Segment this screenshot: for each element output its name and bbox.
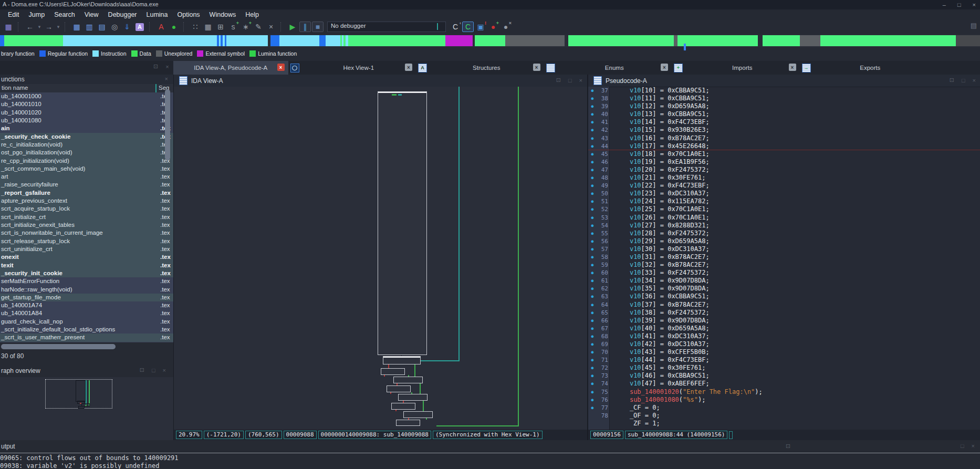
pseudocode-view[interactable]: ●37 v10[10] = 0xCBBA9C51;●38 v10[11] = 0… bbox=[588, 87, 980, 430]
ida-view-header[interactable]: IDA View-A ⊡□× bbox=[174, 75, 588, 87]
function-row[interactable]: ost_pgo_initialization(void).tex bbox=[0, 149, 173, 157]
breakpoint-dot[interactable]: ● bbox=[588, 348, 597, 356]
breakpoint-dot[interactable]: ● bbox=[588, 245, 597, 253]
menu-options[interactable]: Options bbox=[173, 10, 205, 19]
close-icon[interactable]: × bbox=[972, 443, 975, 449]
lumina-sphere-icon[interactable]: ● bbox=[168, 22, 180, 32]
function-row[interactable]: scrt_initialize_onexit_tables.tex bbox=[0, 221, 173, 229]
graph-overview-canvas[interactable] bbox=[0, 377, 173, 440]
menu-jump[interactable]: Jump bbox=[24, 10, 50, 19]
debugger-stop-icon[interactable]: ■ bbox=[312, 22, 324, 32]
ida-view-controls[interactable]: ⊡□× bbox=[556, 77, 582, 84]
breakpoint-dot[interactable]: ● bbox=[588, 150, 597, 158]
graph-node[interactable] bbox=[381, 368, 405, 375]
breakpoint-dot[interactable]: ● bbox=[588, 277, 597, 285]
pseudocode-line[interactable]: ●62 v10[35] = 0x9D07D8DA; bbox=[588, 285, 980, 293]
breakpoint-dot[interactable]: ● bbox=[588, 110, 597, 118]
function-row[interactable]: _scrt_common_main_seh(void).tex bbox=[0, 165, 173, 173]
function-row[interactable]: art.tex bbox=[0, 173, 173, 181]
nav-forward-icon[interactable]: → bbox=[43, 22, 55, 32]
debugger-pause-icon[interactable]: ∥ bbox=[299, 22, 311, 32]
navband-position-indicator[interactable] bbox=[684, 44, 686, 50]
output-line[interactable]: 09038: variable 'v2' is possibly undefin… bbox=[0, 462, 980, 469]
menu-windows[interactable]: Windows bbox=[205, 10, 241, 19]
breakpoint-dot[interactable]: ● bbox=[588, 301, 597, 309]
breakpoint-dot[interactable]: ● bbox=[588, 372, 597, 380]
breakpoint-dot[interactable]: ● bbox=[588, 102, 597, 110]
pseudocode-line[interactable]: ●60 v10[33] = 0xF2475372; bbox=[588, 269, 980, 277]
function-row[interactable]: re_c_initialization(void).tex bbox=[0, 141, 173, 149]
function-row[interactable]: _security_check_cookie.tex bbox=[0, 133, 173, 141]
float-icon[interactable]: □ bbox=[568, 77, 572, 84]
pseudocode-line[interactable]: ●72 v10[45] = 0x30FE761; bbox=[588, 364, 980, 372]
breakpoint-dot[interactable]: ● bbox=[588, 325, 597, 332]
tab-imports[interactable]: Imports× bbox=[685, 61, 800, 75]
breakpoint-dot[interactable]: ● bbox=[588, 95, 597, 102]
breakpoint-dot[interactable]: ● bbox=[588, 388, 597, 396]
breakpoint-dot[interactable]: ● bbox=[588, 142, 597, 150]
breakpoint-dot[interactable]: ● bbox=[588, 190, 597, 197]
menu-view[interactable]: View bbox=[80, 10, 103, 19]
restore-icon[interactable]: ⊡ bbox=[556, 77, 561, 84]
restore-icon[interactable]: ⊡ bbox=[153, 63, 158, 70]
tab-enums[interactable]: Enums× bbox=[557, 61, 672, 75]
pseudocode-line[interactable]: ●49 v10[22] = 0xF4C73EBF; bbox=[588, 182, 980, 190]
navband-segment[interactable] bbox=[475, 35, 505, 46]
breakpoint-dot[interactable] bbox=[588, 420, 597, 428]
breakpoint-dot[interactable]: ● bbox=[588, 396, 597, 404]
function-row[interactable]: _security_init_cookie.tex bbox=[0, 269, 173, 277]
jump-function-icon[interactable]: ▤ bbox=[96, 22, 108, 32]
breakpoint-dot[interactable]: ● bbox=[588, 166, 597, 174]
highlight-a-icon[interactable]: A bbox=[134, 22, 145, 32]
navband-segment[interactable] bbox=[763, 35, 800, 46]
breakpoint-dot[interactable]: ● bbox=[588, 134, 597, 142]
breakpoint-dot[interactable]: ● bbox=[588, 317, 597, 325]
pseudocode-header[interactable]: Pseudocode-A ⊡□× bbox=[588, 75, 980, 87]
tab-close-icon[interactable]: × bbox=[789, 64, 796, 71]
pseudocode-line[interactable]: ●43 v10[16] = 0xB78AC2E7; bbox=[588, 134, 980, 142]
graph-node[interactable] bbox=[398, 394, 428, 401]
restore-icon[interactable]: ⊡ bbox=[786, 443, 790, 450]
navband-segment[interactable] bbox=[319, 35, 326, 46]
breakpoint-dot[interactable]: ● bbox=[588, 214, 597, 222]
pseudocode-line[interactable]: ●69 v10[42] = 0xDC310A37; bbox=[588, 340, 980, 348]
navband-segment[interactable] bbox=[800, 35, 820, 46]
functions-vertical-scrollbar[interactable] bbox=[165, 89, 170, 160]
close-icon[interactable]: × bbox=[163, 367, 166, 373]
breakpoint-dot[interactable]: ● bbox=[588, 269, 597, 277]
output-log[interactable]: 09065: control flows out of bounds to 14… bbox=[0, 454, 980, 469]
close-icon[interactable]: × bbox=[579, 77, 582, 84]
navband-segment[interactable] bbox=[677, 35, 758, 46]
graph-node[interactable] bbox=[387, 385, 411, 392]
breakpoint-edit-icon[interactable]: ●× bbox=[500, 22, 512, 32]
make-struct-icon[interactable]: ⊞ bbox=[215, 22, 226, 32]
menu-edit[interactable]: Edit bbox=[3, 10, 24, 19]
scrollbar-thumb[interactable] bbox=[1, 344, 116, 349]
pseudocode-line[interactable]: ●59 v10[32] = 0xB78AC2E7; bbox=[588, 261, 980, 269]
tab-structures[interactable]: Structures× bbox=[429, 61, 544, 75]
pseudocode-line[interactable]: ●65 v10[38] = 0xF2475372; bbox=[588, 309, 980, 317]
make-data-icon[interactable]: ▦ bbox=[202, 22, 214, 32]
breakpoint-dot[interactable] bbox=[588, 412, 597, 420]
navband-segment[interactable] bbox=[956, 35, 980, 46]
pseudocode-line[interactable]: ●55 v10[28] = 0xF2475372; bbox=[588, 230, 980, 237]
breakpoint-dot[interactable]: ● bbox=[588, 309, 597, 317]
pseudocode-line[interactable]: ●57 v10[30] = 0xDC310A37; bbox=[588, 245, 980, 253]
breakpoint-dot[interactable]: ● bbox=[588, 182, 597, 190]
navigation-band[interactable] bbox=[0, 35, 980, 47]
function-row[interactable]: _scrt_is_user_matherr_present.tex bbox=[0, 333, 173, 341]
breakpoint-dot[interactable]: ● bbox=[588, 222, 597, 230]
functions-horizontal-scrollbar[interactable] bbox=[0, 343, 173, 350]
breakpoint-dot[interactable]: ● bbox=[588, 340, 597, 348]
breakpoint-dot[interactable]: ● bbox=[588, 285, 597, 293]
undefine-icon[interactable]: × bbox=[265, 22, 277, 32]
function-row[interactable]: apture_previous_context.tex bbox=[0, 197, 173, 205]
nav-back-dropdown-icon[interactable]: ▾ bbox=[37, 22, 42, 32]
function-row[interactable]: scrt_initialize_crt.tex bbox=[0, 213, 173, 221]
function-row[interactable]: scrt_release_startup_lock.tex bbox=[0, 237, 173, 245]
graph-node[interactable] bbox=[393, 377, 423, 383]
jump-address-icon[interactable]: ▦ bbox=[71, 22, 82, 32]
functions-panel-controls[interactable]: × bbox=[165, 76, 168, 82]
pseudocode-line[interactable]: ●54 v10[27] = 0x8288D321; bbox=[588, 222, 980, 230]
float-icon[interactable]: □ bbox=[962, 77, 965, 84]
